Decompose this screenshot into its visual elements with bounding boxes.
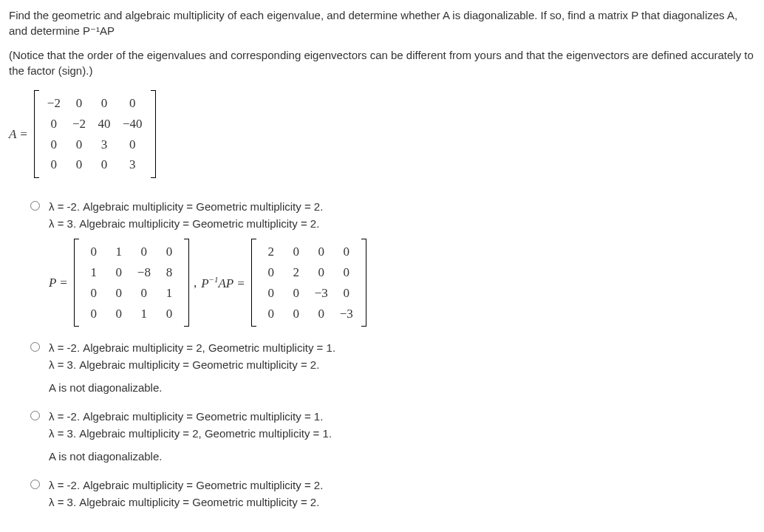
option-3-line1: λ = -2. Algebraic multiplicity = Geometr… <box>49 409 755 424</box>
option-2-content: λ = -2. Algebraic multiplicity = 2, Geom… <box>49 340 755 395</box>
option-2-line2: λ = 3. Algebraic multiplicity = Geometri… <box>49 357 755 372</box>
option-1-line1: λ = -2. Algebraic multiplicity = Geometr… <box>49 199 755 214</box>
question-text-1: Find the geometric and algebraic multipl… <box>9 7 755 38</box>
option-1-line2: λ = 3. Algebraic multiplicity = Geometri… <box>49 216 755 231</box>
comma-sep: , <box>194 274 197 292</box>
option-3: λ = -2. Algebraic multiplicity = Geometr… <box>27 409 755 464</box>
option-2-radio[interactable] <box>30 342 40 352</box>
option-4-radio[interactable] <box>30 480 40 489</box>
matrix-PAP: 2000 0200 00−30 000−3 <box>251 239 366 327</box>
option-2-notdiag: A is not diagonalizable. <box>49 380 755 395</box>
option-3-radio[interactable] <box>30 411 40 420</box>
option-2-line1: λ = -2. Algebraic multiplicity = 2, Geom… <box>49 340 755 355</box>
option-3-content: λ = -2. Algebraic multiplicity = Geometr… <box>49 409 755 464</box>
matrix-A-label: A = <box>9 126 28 143</box>
option-4-content: λ = -2. Algebraic multiplicity = Geometr… <box>49 477 755 511</box>
matrix-PAP-label: P−1AP = <box>201 274 245 292</box>
option-4-line2: λ = 3. Algebraic multiplicity = Geometri… <box>49 494 755 510</box>
option-1-content: λ = -2. Algebraic multiplicity = Geometr… <box>49 199 755 327</box>
option-4-line1: λ = -2. Algebraic multiplicity = Geometr… <box>49 477 755 493</box>
option-1-matrices: P = 0100 10−88 0001 0010 , P−1AP = 2000 … <box>49 239 755 327</box>
option-1-radio[interactable] <box>30 201 40 211</box>
matrix-A-block: A = −2000 0−240−40 0030 0003 <box>9 90 156 178</box>
option-3-line2: λ = 3. Algebraic multiplicity = 2, Geome… <box>49 426 755 441</box>
matrix-P: 0100 10−88 0001 0010 <box>74 239 189 327</box>
option-3-notdiag: A is not diagonalizable. <box>49 449 755 464</box>
option-2: λ = -2. Algebraic multiplicity = 2, Geom… <box>27 340 755 395</box>
question-text-2: (Notice that the order of the eigenvalue… <box>9 47 755 78</box>
matrix-A: −2000 0−240−40 0030 0003 <box>34 90 156 178</box>
option-1: λ = -2. Algebraic multiplicity = Geometr… <box>27 199 755 327</box>
matrix-P-label: P = <box>49 274 68 292</box>
option-4: λ = -2. Algebraic multiplicity = Geometr… <box>27 477 755 511</box>
